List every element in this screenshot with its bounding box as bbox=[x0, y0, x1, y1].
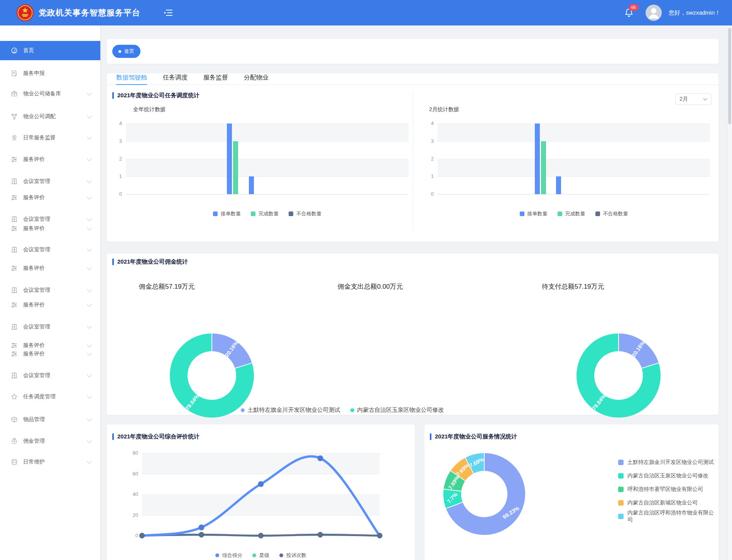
sidebar-item-label: 会议室管理 bbox=[23, 323, 88, 330]
sidebar-item-1[interactable]: 服务申报 bbox=[0, 66, 100, 81]
notification-count-badge: 66 bbox=[629, 4, 639, 11]
y-tick-label: 3 bbox=[111, 138, 122, 144]
sidebar-fold-icon[interactable] bbox=[164, 8, 173, 17]
sidebar-item-5[interactable]: 服务评价 bbox=[0, 152, 100, 167]
sidebar-item-17[interactable]: 会议室管理 bbox=[0, 368, 100, 383]
sidebar-item-7[interactable]: 服务评价 bbox=[0, 190, 100, 205]
sidebar-item-2[interactable]: 物业公司储备库 bbox=[0, 86, 100, 102]
donut-hole bbox=[594, 351, 643, 400]
task-dispatch-panel: 数据驾驶舱任务调度服务监督分配物业 2月 2021年度物业公司任务调度统计 全年… bbox=[107, 73, 718, 242]
grid-band bbox=[126, 124, 409, 141]
breadcrumb-dot-icon bbox=[118, 50, 121, 53]
sliders-icon bbox=[10, 350, 18, 358]
notification-bell-icon[interactable]: 66 bbox=[624, 7, 635, 19]
legend-item[interactable]: 投诉次数 bbox=[279, 552, 306, 559]
legend-marker bbox=[289, 211, 293, 216]
sidebar-item-label: 服务评价 bbox=[23, 225, 88, 232]
sidebar-item-21[interactable]: 日常维护 bbox=[0, 454, 100, 470]
sidebar-item-0[interactable]: 首页 bbox=[0, 41, 100, 60]
sidebar-item-label: 会议室管理 bbox=[23, 246, 88, 253]
evaluation-panel: 2021年度物业公司综合评价统计 综合得分星级投诉次数 806040200 bbox=[107, 425, 415, 560]
sidebar-item-18[interactable]: 任务调度管理 bbox=[0, 389, 100, 404]
tab-item-3[interactable]: 分配物业 bbox=[244, 73, 269, 85]
breadcrumb-bar: 首页 bbox=[107, 39, 718, 64]
chevron-down-icon bbox=[87, 394, 92, 399]
service-donut: 69.23%7.7%7.69%7.69%7.69% bbox=[443, 453, 525, 535]
sidebar-item-6[interactable]: 会议室管理 bbox=[0, 174, 100, 189]
user-greeting[interactable]: 您好，swzxadmin！ bbox=[669, 9, 720, 17]
sidebar: 首页服务申报物业公司储备库物业公司调配日常服务监督服务评价会议室管理服务评价会议… bbox=[0, 25, 100, 560]
commission-donut-total: 20.16%79.84% bbox=[170, 333, 254, 418]
sidebar-item-9[interactable]: 服务评价 bbox=[0, 221, 100, 236]
scrollbar-thumb[interactable] bbox=[728, 28, 731, 124]
sliders-icon bbox=[10, 156, 18, 163]
donut-value-label: 69.23% bbox=[502, 505, 521, 520]
right-chart-subtitle: 2月统计数据 bbox=[429, 106, 459, 113]
page-scrollbar[interactable] bbox=[727, 25, 732, 560]
tab-item-1[interactable]: 任务调度 bbox=[163, 73, 188, 85]
grid-band bbox=[126, 159, 409, 177]
chevron-down-icon bbox=[703, 98, 707, 101]
chevron-down-icon bbox=[87, 225, 92, 230]
legend-item[interactable]: 完成数量 bbox=[251, 210, 279, 217]
sidebar-item-12[interactable]: 会议室管理 bbox=[0, 283, 100, 298]
legend-item[interactable]: 综合得分 bbox=[215, 552, 242, 559]
sidebar-item-3[interactable]: 物业公司调配 bbox=[0, 109, 100, 124]
legend-label: 投诉次数 bbox=[286, 552, 306, 559]
gridline bbox=[438, 194, 710, 195]
bar-legend: 接单数量完成数量不合格数量 bbox=[126, 210, 409, 217]
sidebar-item-14[interactable]: 会议室管理 bbox=[0, 319, 100, 335]
chevron-down-icon bbox=[87, 416, 92, 421]
panel-title: 2021年度物业公司佣金统计 bbox=[112, 258, 188, 266]
sidebar-item-10[interactable]: 会议室管理 bbox=[0, 242, 100, 257]
legend-item[interactable]: 不合格数量 bbox=[595, 210, 628, 217]
tab-item-2[interactable]: 服务监督 bbox=[203, 73, 228, 85]
breadcrumb-home-pill[interactable]: 首页 bbox=[112, 45, 140, 58]
legend-marker bbox=[241, 408, 245, 412]
legend-label: 土默特左旗金川开发区物业公司测试 bbox=[248, 406, 340, 414]
national-emblem-logo bbox=[16, 4, 34, 22]
tab-item-0[interactable]: 数据驾驶舱 bbox=[116, 73, 147, 85]
chevron-down-icon bbox=[87, 195, 92, 200]
chevron-down-icon bbox=[87, 216, 92, 221]
sidebar-item-label: 日常服务监督 bbox=[23, 134, 88, 141]
legend-item[interactable]: 接单数量 bbox=[520, 210, 548, 217]
sidebar-item-4[interactable]: 日常服务监督 bbox=[0, 130, 100, 145]
chevron-down-icon bbox=[87, 302, 92, 307]
bar-chart-month: 43210 bbox=[438, 124, 710, 194]
sidebar-item-11[interactable]: 服务评价 bbox=[0, 261, 100, 276]
legend-item[interactable]: 星级 bbox=[252, 552, 269, 559]
y-tick-label: 60 bbox=[127, 471, 138, 477]
y-tick-label: 3 bbox=[423, 138, 434, 144]
legend-item[interactable]: 内蒙古自治区新城区物业公司 bbox=[618, 499, 718, 507]
y-tick-label: 0 bbox=[111, 191, 122, 197]
legend-label: 完成数量 bbox=[259, 210, 279, 217]
avatar[interactable] bbox=[646, 5, 662, 21]
legend-item[interactable]: 内蒙古自治区玉泉区物业公司修改 bbox=[350, 406, 444, 414]
legend-item[interactable]: 土默特左旗金川开发区物业公司测试 bbox=[241, 406, 340, 414]
legend-item[interactable]: 土默特左旗金川开发区物业公司测试 bbox=[618, 458, 718, 467]
legend-item[interactable]: 不合格数量 bbox=[289, 210, 321, 217]
panel-title: 2021年度物业公司任务调度统计 bbox=[112, 92, 199, 99]
legend-marker bbox=[618, 487, 624, 492]
legend-marker bbox=[350, 408, 354, 412]
sidebar-item-13[interactable]: 服务评价 bbox=[0, 297, 100, 313]
legend-item[interactable]: 内蒙古自治区玉泉区物业公司修改 bbox=[618, 472, 718, 480]
month-select[interactable]: 2月 bbox=[675, 93, 712, 105]
donut-hole bbox=[461, 471, 507, 517]
sidebar-item-20[interactable]: 佣金管理 bbox=[0, 433, 100, 449]
commission-donut-pending: 20.16%79.84% bbox=[576, 333, 661, 418]
donut-value-label: 7.69% bbox=[468, 456, 485, 469]
legend-item[interactable]: 呼和浩特市赛罕区物业有限公司 bbox=[618, 485, 718, 494]
donut-value-label: 7.69% bbox=[455, 462, 470, 477]
legend-item[interactable]: 完成数量 bbox=[558, 210, 585, 217]
sidebar-item-label: 会议室管理 bbox=[23, 287, 88, 294]
legend-item[interactable]: 内蒙古自治区呼和浩特市物业有限公司 bbox=[618, 512, 718, 521]
legend-marker bbox=[279, 553, 283, 557]
y-tick-label: 20 bbox=[127, 512, 138, 518]
legend-item[interactable]: 接单数量 bbox=[213, 210, 241, 217]
sidebar-item-19[interactable]: 物品管理 bbox=[0, 412, 100, 427]
sidebar-item-label: 日常维护 bbox=[23, 458, 88, 465]
legend-marker bbox=[618, 460, 624, 465]
sidebar-item-16[interactable]: 服务评价 bbox=[0, 346, 100, 362]
